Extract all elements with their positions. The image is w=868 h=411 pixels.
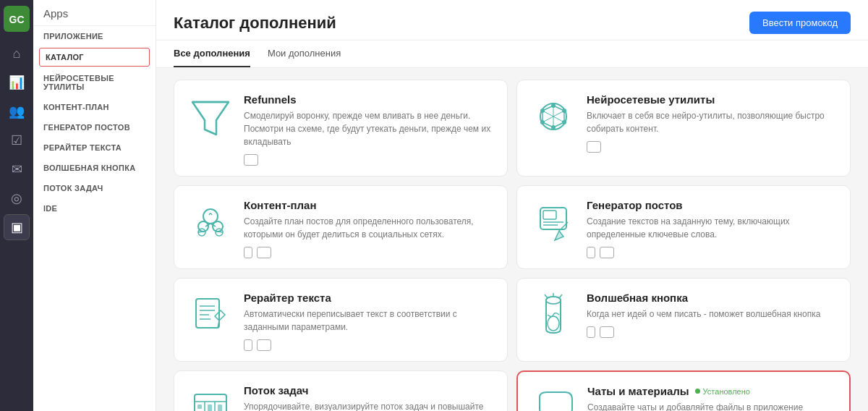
rewriter-actions <box>244 339 494 351</box>
refunnels-title: Refunnels <box>244 93 494 106</box>
neuro-body: Нейросетевые утилиты Включает в себя все… <box>587 93 837 153</box>
page-title: Каталог дополнений <box>174 14 336 33</box>
chats-icon <box>531 385 577 411</box>
refunnels-body: Refunnels Смоделируй воронку, прежде чем… <box>244 93 494 166</box>
svg-point-40 <box>546 297 561 304</box>
icon-sidebar: GC ⌂ 📊 👥 ☑ ✉ ◎ ▣ <box>0 0 33 411</box>
tab-mine[interactable]: Мои дополнения <box>268 41 341 67</box>
rewriter-body: Рерайтер текста Автоматически переписыва… <box>244 292 494 351</box>
magic-btn-actions <box>587 326 837 338</box>
desktop-icon <box>587 141 601 153</box>
rewriter-desc: Автоматически переписывает текст в соотв… <box>244 308 494 334</box>
desktop-icon <box>257 339 271 351</box>
content-plan-desc: Создайте план постов для определенного п… <box>244 215 494 241</box>
svg-rect-51 <box>218 404 222 411</box>
content-plan-title: Контент-план <box>244 199 494 211</box>
content-plan-actions <box>244 247 494 258</box>
magic-btn-icon <box>530 292 576 338</box>
card-content-plan[interactable]: Контент-план Создайте план постов для оп… <box>174 185 508 269</box>
nav-sidebar: Apps ПРИЛОЖЕНИЕ КАТАЛОГ НЕЙРОСЕТЕВЫЕ УТИ… <box>33 0 156 411</box>
task-flow-icon <box>187 384 234 411</box>
nav-item-post-gen[interactable]: ГЕНЕРАТОР ПОСТОВ <box>33 117 156 137</box>
top-bar: Каталог дополнений Ввести промокод <box>156 0 868 41</box>
card-task-flow[interactable]: Поток задач Упорядочивайте, визуализируй… <box>174 370 508 411</box>
task-flow-title: Поток задач <box>244 384 494 397</box>
main-content: Каталог дополнений Ввести промокод Все д… <box>156 0 868 411</box>
tab-all[interactable]: Все дополнения <box>174 41 250 67</box>
task-flow-desc: Упорядочивайте, визуализируйте поток зад… <box>244 400 494 411</box>
chats-desc: Создавайте чаты и добавляйте файлы в при… <box>587 401 836 411</box>
nav-item-neuro[interactable]: НЕЙРОСЕТЕВЫЕ УТИЛИТЫ <box>33 68 156 97</box>
svg-line-42 <box>545 295 548 298</box>
svg-marker-2 <box>192 102 229 135</box>
mobile-icon <box>244 339 252 351</box>
installed-dot <box>695 389 700 394</box>
magic-btn-title: Волшебная кнопка <box>587 292 837 304</box>
magic-btn-body: Волшебная кнопка Когда нет идей о чем пи… <box>587 292 837 338</box>
mobile-icon <box>587 326 595 338</box>
svg-line-28 <box>218 232 223 232</box>
desktop-icon <box>600 326 614 338</box>
mobile-icon <box>587 247 595 258</box>
desktop-icon <box>257 247 271 258</box>
desktop-icon <box>244 154 258 166</box>
refunnels-icon <box>187 93 234 140</box>
cards-grid: Refunnels Смоделируй воронку, прежде чем… <box>174 80 851 411</box>
post-gen-body: Генератор постов Создание текстов на зад… <box>587 199 837 258</box>
svg-point-21 <box>198 221 208 232</box>
nav-item-app[interactable]: ПРИЛОЖЕНИЕ <box>33 26 156 46</box>
grid-area: Refunnels Смоделируй воронку, прежде чем… <box>156 68 868 411</box>
card-refunnels[interactable]: Refunnels Смоделируй воронку, прежде чем… <box>174 80 508 177</box>
neuro-actions <box>587 141 837 153</box>
svg-point-44 <box>548 316 559 331</box>
chats-title: Чаты и материалы Установлено <box>587 385 836 397</box>
promo-button[interactable]: Ввести промокод <box>749 12 851 34</box>
apps-icon[interactable]: ▣ <box>4 214 30 240</box>
post-gen-icon <box>530 199 576 245</box>
card-rewriter[interactable]: Рерайтер текста Автоматически переписыва… <box>174 278 508 362</box>
content-plan-icon <box>187 199 234 245</box>
card-chats[interactable]: Чаты и материалы Установлено Создавайте … <box>516 370 851 411</box>
content-plan-body: Контент-план Создайте план постов для оп… <box>244 199 494 258</box>
rewriter-title: Рерайтер текста <box>244 292 494 304</box>
tasks-icon[interactable]: ☑ <box>4 127 30 153</box>
post-gen-actions <box>587 247 837 258</box>
nav-item-rewriter[interactable]: РЕРАЙТЕР ТЕКСТА <box>33 137 156 158</box>
neuro-desc: Включает в себя все нейро-утилиты, позво… <box>587 109 837 135</box>
neuro-icon <box>530 93 576 140</box>
svg-text:GC: GC <box>9 14 25 25</box>
magic-btn-desc: Когда нет идей о чем писать - поможет во… <box>587 308 837 321</box>
nav-item-catalog[interactable]: КАТАЛОГ <box>39 48 150 67</box>
mobile-icon <box>244 247 252 258</box>
installed-label: Установлено <box>703 387 750 396</box>
tabs: Все дополнения Мои дополнения <box>156 41 868 68</box>
card-post-gen[interactable]: Генератор постов Создание текстов на зад… <box>516 185 851 269</box>
neuro-title: Нейросетевые утилиты <box>587 93 837 106</box>
card-magic-btn[interactable]: Волшебная кнопка Когда нет идей о чем пи… <box>516 278 851 362</box>
users-icon[interactable]: 👥 <box>4 98 30 124</box>
svg-rect-34 <box>196 299 219 328</box>
post-gen-desc: Создание текстов на заданную тему, включ… <box>587 215 837 241</box>
chats-body: Чаты и материалы Установлено Создавайте … <box>587 385 836 411</box>
post-gen-title: Генератор постов <box>587 199 837 211</box>
svg-rect-30 <box>543 211 556 219</box>
refunnels-desc: Смоделируй воронку, прежде чем вливать в… <box>244 109 494 148</box>
nav-item-magic-btn[interactable]: ВОЛШЕБНАЯ КНОПКА <box>33 158 156 178</box>
nav-header: Apps <box>33 0 156 26</box>
svg-rect-49 <box>197 404 202 409</box>
svg-line-43 <box>559 295 562 298</box>
camera-icon[interactable]: ◎ <box>4 185 30 211</box>
nav-item-content-plan[interactable]: КОНТЕНТ-ПЛАН <box>33 97 156 117</box>
desktop-icon <box>600 247 614 258</box>
task-flow-body: Поток задач Упорядочивайте, визуализируй… <box>244 384 494 411</box>
chart-icon[interactable]: 📊 <box>4 69 30 96</box>
nav-item-ide[interactable]: IDE <box>33 198 156 219</box>
card-neuro[interactable]: Нейросетевые утилиты Включает в себя все… <box>516 80 851 177</box>
home-icon[interactable]: ⌂ <box>4 41 30 67</box>
app-logo[interactable]: GC <box>4 6 30 32</box>
svg-rect-50 <box>208 404 212 411</box>
installed-badge: Установлено <box>695 387 750 396</box>
refunnels-actions <box>244 154 494 166</box>
mail-icon[interactable]: ✉ <box>4 156 30 182</box>
nav-item-task-flow[interactable]: ПОТОК ЗАДАЧ <box>33 178 156 198</box>
